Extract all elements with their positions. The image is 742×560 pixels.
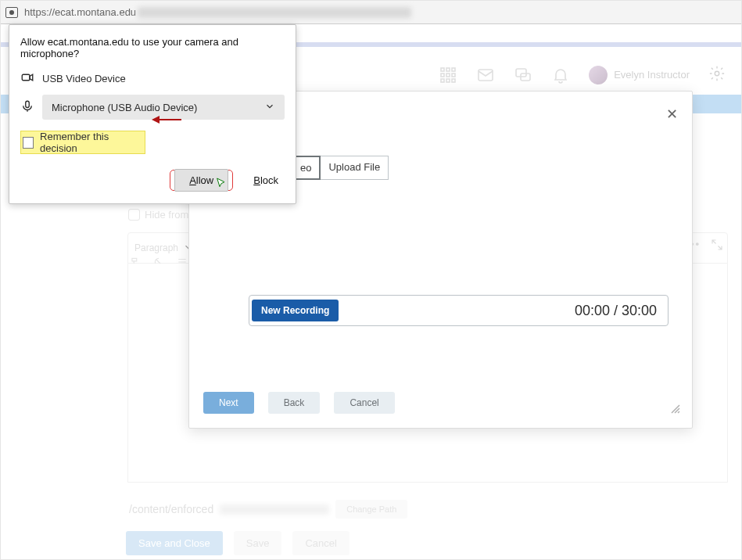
remember-label: Remember this decision <box>40 131 142 154</box>
modal-tabs: eo Upload File <box>291 156 389 180</box>
recording-bar: New Recording 00:00 / 30:00 <box>249 295 669 326</box>
camera-icon <box>20 70 34 87</box>
tab-upload-file[interactable]: Upload File <box>321 156 389 180</box>
permission-title: Allow ecat.montana.edu to use your camer… <box>20 36 285 59</box>
remember-decision-checkbox[interactable]: Remember this decision <box>20 131 145 154</box>
checkbox-icon <box>23 137 34 149</box>
resize-grip-icon[interactable] <box>670 404 681 417</box>
chevron-down-icon <box>264 101 275 114</box>
permission-buttons: Allow Block <box>20 170 285 191</box>
svg-rect-13 <box>22 74 30 81</box>
permission-dialog: Allow ecat.montana.edu to use your camer… <box>9 24 296 204</box>
next-button[interactable]: Next <box>203 392 254 414</box>
microphone-selected-label: Microphone (USB Audio Device) <box>52 102 197 113</box>
camera-row: USB Video Device <box>20 70 285 87</box>
address-bar: https://ecat.montana.edu <box>1 1 741 24</box>
annotation-arrow-icon <box>152 115 181 127</box>
site-identity-icon[interactable] <box>5 7 18 18</box>
back-button[interactable]: Back <box>268 392 321 414</box>
cursor-pointer-icon <box>215 177 228 192</box>
svg-rect-14 <box>26 101 30 107</box>
url-blurred-part <box>138 7 411 18</box>
new-recording-button[interactable]: New Recording <box>252 300 339 321</box>
url-text[interactable]: https://ecat.montana.edu <box>24 6 136 18</box>
allow-highlight-box: Allow <box>170 170 233 191</box>
cancel-modal-button[interactable]: Cancel <box>334 392 394 414</box>
camera-label: USB Video Device <box>42 73 126 84</box>
modal-buttons: Next Back Cancel <box>203 392 395 414</box>
microphone-icon <box>20 99 34 116</box>
block-button[interactable]: Block <box>250 170 281 191</box>
close-icon[interactable]: ✕ <box>666 106 678 123</box>
recording-timer: 00:00 / 30:00 <box>575 303 657 319</box>
